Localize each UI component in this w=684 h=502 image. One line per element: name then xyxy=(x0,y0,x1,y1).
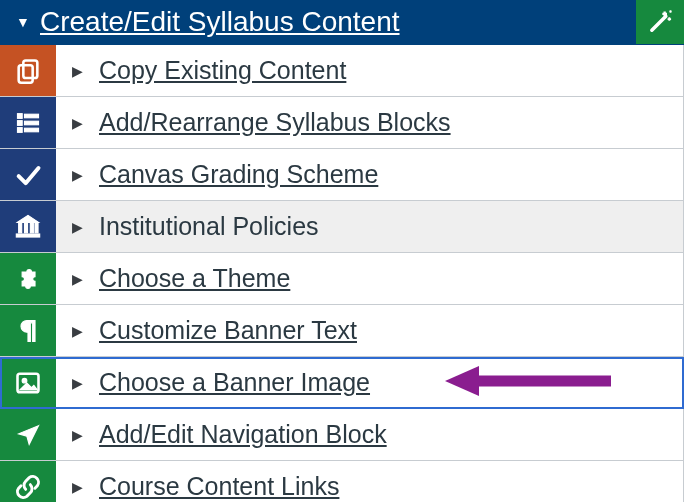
menu-item-label: Course Content Links xyxy=(99,472,339,501)
menu-item-body: ▶Canvas Grading Scheme xyxy=(56,149,683,200)
copy-icon xyxy=(0,45,56,96)
svg-rect-7 xyxy=(25,128,39,132)
svg-rect-0 xyxy=(23,60,37,78)
menu-item-body: ▶Customize Banner Text xyxy=(56,305,683,356)
menu-item-label: Choose a Banner Image xyxy=(99,368,370,397)
check-icon xyxy=(0,149,56,200)
menu-item-label: Customize Banner Text xyxy=(99,316,357,345)
menu-item-label: Choose a Theme xyxy=(99,264,290,293)
svg-rect-12 xyxy=(16,234,39,237)
caret-right-icon: ▶ xyxy=(72,480,83,494)
svg-rect-8 xyxy=(19,223,22,232)
caret-right-icon: ▶ xyxy=(72,116,83,130)
menu-item-list: ▶Copy Existing Content▶Add/Rearrange Syl… xyxy=(0,45,684,502)
stack-icon xyxy=(0,97,56,148)
section-header-title: Create/Edit Syllabus Content xyxy=(40,6,400,38)
svg-point-14 xyxy=(22,378,27,383)
menu-item-label: Canvas Grading Scheme xyxy=(99,160,378,189)
caret-right-icon: ▶ xyxy=(72,168,83,182)
caret-right-icon: ▶ xyxy=(72,272,83,286)
menu-item[interactable]: ▶Choose a Banner Image xyxy=(0,357,684,409)
bank-icon xyxy=(0,201,56,252)
menu-item[interactable]: ▶Add/Edit Navigation Block xyxy=(0,409,684,461)
menu-item-body: ▶Institutional Policies xyxy=(56,201,683,252)
menu-item[interactable]: ▶Choose a Theme xyxy=(0,253,684,305)
svg-rect-10 xyxy=(30,223,33,232)
menu-item[interactable]: ▶Customize Banner Text xyxy=(0,305,684,357)
svg-rect-2 xyxy=(18,113,23,118)
magic-wand-icon xyxy=(646,8,674,36)
caret-right-icon: ▶ xyxy=(72,324,83,338)
puzzle-icon xyxy=(0,253,56,304)
svg-rect-6 xyxy=(18,127,23,132)
para-icon xyxy=(0,305,56,356)
menu-item-body: ▶Add/Edit Navigation Block xyxy=(56,409,683,460)
svg-rect-3 xyxy=(25,114,39,118)
caret-right-icon: ▶ xyxy=(72,220,83,234)
svg-rect-1 xyxy=(19,65,33,83)
menu-item-label: Add/Rearrange Syllabus Blocks xyxy=(99,108,451,137)
caret-right-icon: ▶ xyxy=(72,64,83,78)
menu-item-body: ▶Add/Rearrange Syllabus Blocks xyxy=(56,97,683,148)
svg-rect-5 xyxy=(25,121,39,125)
menu-item-body: ▶Course Content Links xyxy=(56,461,683,502)
menu-item-body: ▶Choose a Banner Image xyxy=(56,357,683,408)
menu-item-label: Copy Existing Content xyxy=(99,56,346,85)
svg-rect-9 xyxy=(25,223,28,232)
menu-item[interactable]: ▶Canvas Grading Scheme xyxy=(0,149,684,201)
image-icon xyxy=(0,357,56,408)
syllabus-editor-panel: ▼ Create/Edit Syllabus Content ▶Copy Exi… xyxy=(0,0,684,502)
link-icon xyxy=(0,461,56,502)
menu-item[interactable]: ▶Copy Existing Content xyxy=(0,45,684,97)
nav-icon xyxy=(0,409,56,460)
menu-item[interactable]: ▶Institutional Policies xyxy=(0,201,684,253)
section-header[interactable]: ▼ Create/Edit Syllabus Content xyxy=(0,0,684,45)
menu-item-label: Institutional Policies xyxy=(99,212,319,241)
menu-item-body: ▶Copy Existing Content xyxy=(56,45,683,96)
menu-item[interactable]: ▶Add/Rearrange Syllabus Blocks xyxy=(0,97,684,149)
menu-item[interactable]: ▶Course Content Links xyxy=(0,461,684,502)
caret-down-icon: ▼ xyxy=(16,15,30,29)
svg-rect-4 xyxy=(18,120,23,125)
menu-item-label: Add/Edit Navigation Block xyxy=(99,420,387,449)
caret-right-icon: ▶ xyxy=(72,428,83,442)
magic-wand-button[interactable] xyxy=(636,0,684,44)
svg-rect-11 xyxy=(35,223,38,232)
menu-item-body: ▶Choose a Theme xyxy=(56,253,683,304)
caret-right-icon: ▶ xyxy=(72,376,83,390)
